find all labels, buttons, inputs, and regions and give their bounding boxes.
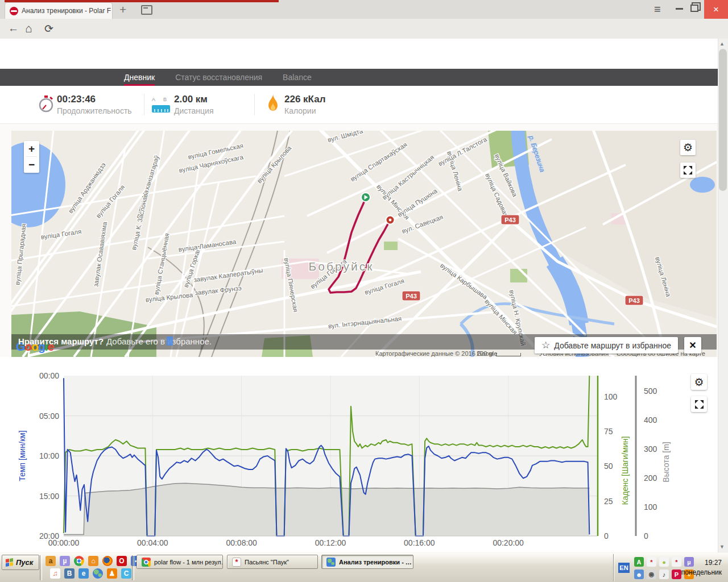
tray-icon[interactable]: * [647,557,656,567]
training-chart[interactable]: 00:0005:0010:0015:0020:0000:00:0000:04:0… [0,357,718,552]
pace-tick-label: 10:00 [39,451,59,460]
map-zoom-control: + − [24,141,39,173]
quick-launch-icon[interactable]: a [46,556,56,566]
new-tab-button[interactable]: + [119,3,126,15]
clock-time: 19:27 [681,558,722,568]
quick-launch-row1: aµ⌂O▪ [46,556,141,566]
route-map[interactable]: вуліца Арджанікідзэвуліца Гогалявуліца М… [11,131,717,357]
x-tick-label: 00:20:00 [493,538,524,547]
x-tick-label: 00:04:00 [137,538,168,547]
taskbar-button-polar-flow-search[interactable]: polar flow - 1 млн резул… [136,555,223,569]
menu-icon[interactable]: ≡ [654,3,661,16]
map-fullscreen-button[interactable] [680,163,696,178]
restore-button[interactable] [690,5,698,12]
home-icon[interactable]: ⌂ [25,22,32,35]
toast-title: Нравится маршрут? [18,336,104,346]
map-scale-bar [496,353,521,356]
subnav-recovery-status[interactable]: Статус восстановления [175,69,262,86]
clock: 19:27 понедельник [681,558,722,577]
cadence-tick-label: 25 [604,497,613,506]
tray-icon[interactable]: ◉ [647,569,656,579]
pace-axis-title: Темп [мин/км] [18,430,27,481]
duration-label: Продолжительность [57,106,132,115]
taskbar-button-training-analysis[interactable]: Анализ тренировки - … [321,555,413,569]
quick-launch-row2: ♫Be♟C [50,568,131,579]
star-icon: ☆ [541,339,550,351]
taskbar-button-spider-solitaire[interactable]: * Пасьянс "Паук" [227,555,318,569]
quick-launch-icon[interactable] [102,556,113,566]
quick-launch-icon[interactable]: ♟ [107,568,117,579]
subnav-balance[interactable]: Balance [283,69,312,86]
altitude-area [64,483,589,536]
text-cursor [167,336,173,346]
tab-title: Анализ тренировки - Polar F [22,7,111,15]
altitude-tick-label: 300 [644,444,657,454]
toast-text: Добавьте его в избранное. [106,336,212,346]
city-label: Бобруйск [309,260,374,273]
start-button[interactable]: Пуск [2,555,39,570]
duration-value: 00:23:46 [57,94,132,105]
tray-icon[interactable]: * [672,557,681,567]
sub-nav: Дневник Статус восстановления Balance [0,69,728,86]
scroll-down-icon[interactable]: ▼ [719,544,725,550]
distance-label: Дистанция [174,106,214,115]
quick-launch-icon[interactable] [93,568,103,579]
back-icon[interactable]: ← [8,22,19,35]
scrollbar-thumb[interactable] [719,49,727,191]
close-button[interactable]: × [704,0,728,19]
quick-launch-icon[interactable]: C [121,568,131,579]
quick-launch-icon[interactable]: B [64,568,75,579]
address-bar: ← ⌂ ⟳ https://flow.polar.com/training/an… [0,19,728,39]
chrome-icon [142,558,151,567]
chart-settings-button[interactable]: ⚙ [691,374,707,390]
subnav-diary[interactable]: Дневник [124,69,155,86]
zoom-in-button[interactable]: + [24,141,39,156]
language-indicator[interactable]: EN [618,563,630,573]
fullscreen-icon [684,166,692,174]
toast-close-button[interactable]: ✕ [684,337,701,354]
browser-tab[interactable]: Анализ тренировки - Polar F [5,2,113,19]
quick-launch-icon[interactable]: e [78,568,89,579]
cadence-tick-label: 100 [604,392,618,401]
tray-icon[interactable]: A [634,557,644,567]
browser-tab-bar: Анализ тренировки - Polar F + ≡ × [0,0,728,19]
quick-launch-icon[interactable]: ♫ [50,568,60,579]
add-route-favorite-button[interactable]: ☆ Добавьте маршрут в избранное [535,337,678,354]
gear-icon: ⚙ [694,376,704,389]
screen: Анализ тренировки - Polar F + ≡ × ← ⌂ ⟳ … [0,0,728,582]
distance-ruler-icon [152,104,170,113]
x-tick-label: 00:08:00 [226,538,257,547]
cadence-tick-label: 0 [604,531,609,541]
zoom-out-button[interactable]: − [24,157,39,172]
tray-icon[interactable]: P [672,569,681,579]
road-badge-label: Р43 [406,293,417,300]
polar-favicon-icon [10,7,18,15]
road-badge-label: Р43 [628,297,640,304]
scroll-up-icon[interactable]: ▲ [719,41,725,47]
cadence-tick-label: 50 [604,462,613,471]
tray-icon[interactable]: ● [659,557,669,567]
pace-tick-label: 05:00 [39,411,59,421]
x-tick-label: 00:16:00 [404,538,435,547]
spider-solitaire-icon: * [232,558,241,567]
map-scale-label: 200 м [477,350,493,357]
refresh-icon[interactable]: ⟳ [44,22,53,35]
pace-tick-label: 00:00 [39,371,59,380]
map-settings-button[interactable]: ⚙ [680,140,696,155]
tray-icon[interactable]: ♪ [659,569,669,579]
quick-launch-icon[interactable]: µ [60,556,70,566]
quick-launch-icon[interactable] [74,556,84,566]
tray-icon[interactable]: ☻ [634,569,644,579]
stats-bar: 00:23:46 Продолжительность AB 2.00 км Ди… [0,86,728,124]
quick-launch-icon[interactable]: O [117,556,127,566]
tab-list-icon[interactable] [141,5,152,15]
windows-taskbar: Пуск aµ⌂O▪ ♫Be♟C polar flow - 1 млн резу… [0,552,728,582]
quick-launch-icon[interactable]: ⌂ [88,556,98,566]
training-chart-section: 00:0005:0010:0015:0020:0000:00:0000:04:0… [0,357,718,552]
chart-fullscreen-button[interactable] [691,396,707,412]
x-tick-label: 00:00:00 [48,538,80,547]
stopwatch-icon [38,94,55,114]
globe-icon [326,558,336,567]
minimize-button[interactable] [676,8,683,10]
calories-flame-icon [266,93,280,114]
